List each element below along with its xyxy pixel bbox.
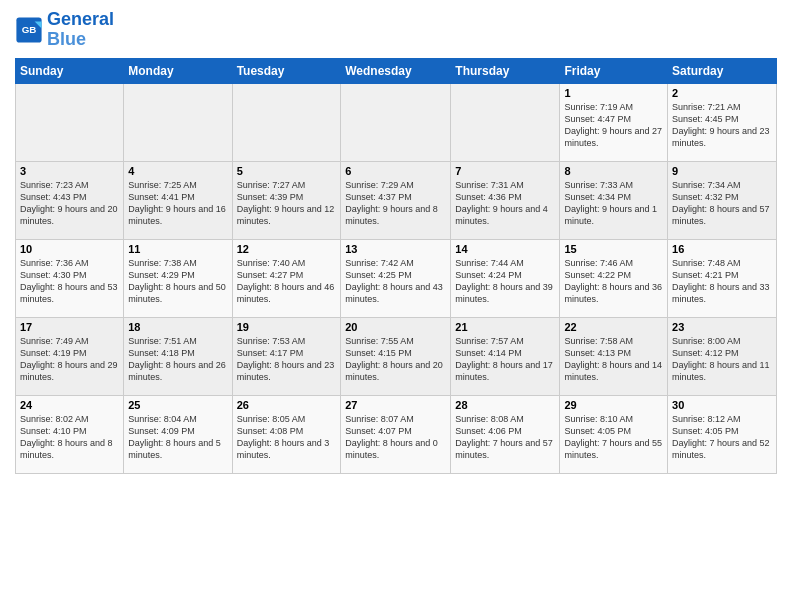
week-row-3: 10Sunrise: 7:36 AM Sunset: 4:30 PM Dayli… <box>16 239 777 317</box>
logo-text: GeneralBlue <box>47 10 114 50</box>
calendar-cell: 28Sunrise: 8:08 AM Sunset: 4:06 PM Dayli… <box>451 395 560 473</box>
calendar-cell: 10Sunrise: 7:36 AM Sunset: 4:30 PM Dayli… <box>16 239 124 317</box>
day-number: 18 <box>128 321 227 333</box>
calendar-cell: 12Sunrise: 7:40 AM Sunset: 4:27 PM Dayli… <box>232 239 341 317</box>
day-info: Sunrise: 7:29 AM Sunset: 4:37 PM Dayligh… <box>345 179 446 228</box>
calendar-cell: 26Sunrise: 8:05 AM Sunset: 4:08 PM Dayli… <box>232 395 341 473</box>
day-info: Sunrise: 7:25 AM Sunset: 4:41 PM Dayligh… <box>128 179 227 228</box>
calendar-cell <box>16 83 124 161</box>
calendar-cell: 22Sunrise: 7:58 AM Sunset: 4:13 PM Dayli… <box>560 317 668 395</box>
day-info: Sunrise: 7:21 AM Sunset: 4:45 PM Dayligh… <box>672 101 772 150</box>
calendar-cell <box>124 83 232 161</box>
day-info: Sunrise: 8:08 AM Sunset: 4:06 PM Dayligh… <box>455 413 555 462</box>
calendar-cell: 6Sunrise: 7:29 AM Sunset: 4:37 PM Daylig… <box>341 161 451 239</box>
calendar-cell: 17Sunrise: 7:49 AM Sunset: 4:19 PM Dayli… <box>16 317 124 395</box>
calendar-cell: 9Sunrise: 7:34 AM Sunset: 4:32 PM Daylig… <box>668 161 777 239</box>
day-number: 5 <box>237 165 337 177</box>
day-info: Sunrise: 7:33 AM Sunset: 4:34 PM Dayligh… <box>564 179 663 228</box>
calendar-cell: 30Sunrise: 8:12 AM Sunset: 4:05 PM Dayli… <box>668 395 777 473</box>
calendar-cell: 21Sunrise: 7:57 AM Sunset: 4:14 PM Dayli… <box>451 317 560 395</box>
calendar-cell <box>232 83 341 161</box>
day-number: 11 <box>128 243 227 255</box>
calendar-cell: 1Sunrise: 7:19 AM Sunset: 4:47 PM Daylig… <box>560 83 668 161</box>
day-number: 22 <box>564 321 663 333</box>
calendar-cell: 16Sunrise: 7:48 AM Sunset: 4:21 PM Dayli… <box>668 239 777 317</box>
weekday-header-tuesday: Tuesday <box>232 58 341 83</box>
weekday-header-friday: Friday <box>560 58 668 83</box>
day-info: Sunrise: 7:57 AM Sunset: 4:14 PM Dayligh… <box>455 335 555 384</box>
header: GB GeneralBlue <box>15 10 777 50</box>
day-number: 2 <box>672 87 772 99</box>
week-row-1: 1Sunrise: 7:19 AM Sunset: 4:47 PM Daylig… <box>16 83 777 161</box>
week-row-2: 3Sunrise: 7:23 AM Sunset: 4:43 PM Daylig… <box>16 161 777 239</box>
day-number: 19 <box>237 321 337 333</box>
day-info: Sunrise: 8:12 AM Sunset: 4:05 PM Dayligh… <box>672 413 772 462</box>
day-number: 10 <box>20 243 119 255</box>
calendar-cell: 23Sunrise: 8:00 AM Sunset: 4:12 PM Dayli… <box>668 317 777 395</box>
day-number: 27 <box>345 399 446 411</box>
week-row-4: 17Sunrise: 7:49 AM Sunset: 4:19 PM Dayli… <box>16 317 777 395</box>
day-number: 6 <box>345 165 446 177</box>
day-number: 29 <box>564 399 663 411</box>
day-info: Sunrise: 7:40 AM Sunset: 4:27 PM Dayligh… <box>237 257 337 306</box>
day-info: Sunrise: 7:42 AM Sunset: 4:25 PM Dayligh… <box>345 257 446 306</box>
calendar-cell: 2Sunrise: 7:21 AM Sunset: 4:45 PM Daylig… <box>668 83 777 161</box>
day-info: Sunrise: 7:48 AM Sunset: 4:21 PM Dayligh… <box>672 257 772 306</box>
day-info: Sunrise: 7:31 AM Sunset: 4:36 PM Dayligh… <box>455 179 555 228</box>
day-number: 26 <box>237 399 337 411</box>
day-number: 30 <box>672 399 772 411</box>
day-number: 20 <box>345 321 446 333</box>
day-number: 4 <box>128 165 227 177</box>
day-info: Sunrise: 7:44 AM Sunset: 4:24 PM Dayligh… <box>455 257 555 306</box>
day-number: 28 <box>455 399 555 411</box>
weekday-header-sunday: Sunday <box>16 58 124 83</box>
weekday-header-wednesday: Wednesday <box>341 58 451 83</box>
calendar-cell: 29Sunrise: 8:10 AM Sunset: 4:05 PM Dayli… <box>560 395 668 473</box>
day-number: 1 <box>564 87 663 99</box>
day-info: Sunrise: 8:00 AM Sunset: 4:12 PM Dayligh… <box>672 335 772 384</box>
calendar-cell: 8Sunrise: 7:33 AM Sunset: 4:34 PM Daylig… <box>560 161 668 239</box>
week-row-5: 24Sunrise: 8:02 AM Sunset: 4:10 PM Dayli… <box>16 395 777 473</box>
calendar-cell: 20Sunrise: 7:55 AM Sunset: 4:15 PM Dayli… <box>341 317 451 395</box>
day-info: Sunrise: 7:19 AM Sunset: 4:47 PM Dayligh… <box>564 101 663 150</box>
svg-text:GB: GB <box>22 24 37 35</box>
calendar-cell: 24Sunrise: 8:02 AM Sunset: 4:10 PM Dayli… <box>16 395 124 473</box>
day-number: 25 <box>128 399 227 411</box>
calendar-cell: 27Sunrise: 8:07 AM Sunset: 4:07 PM Dayli… <box>341 395 451 473</box>
day-number: 14 <box>455 243 555 255</box>
day-info: Sunrise: 7:58 AM Sunset: 4:13 PM Dayligh… <box>564 335 663 384</box>
day-number: 8 <box>564 165 663 177</box>
weekday-header-thursday: Thursday <box>451 58 560 83</box>
day-info: Sunrise: 7:55 AM Sunset: 4:15 PM Dayligh… <box>345 335 446 384</box>
calendar-cell: 15Sunrise: 7:46 AM Sunset: 4:22 PM Dayli… <box>560 239 668 317</box>
day-info: Sunrise: 7:36 AM Sunset: 4:30 PM Dayligh… <box>20 257 119 306</box>
calendar-cell: 7Sunrise: 7:31 AM Sunset: 4:36 PM Daylig… <box>451 161 560 239</box>
day-info: Sunrise: 7:34 AM Sunset: 4:32 PM Dayligh… <box>672 179 772 228</box>
day-number: 24 <box>20 399 119 411</box>
calendar-cell: 5Sunrise: 7:27 AM Sunset: 4:39 PM Daylig… <box>232 161 341 239</box>
weekday-header-saturday: Saturday <box>668 58 777 83</box>
logo: GB GeneralBlue <box>15 10 114 50</box>
day-number: 23 <box>672 321 772 333</box>
day-number: 7 <box>455 165 555 177</box>
day-number: 17 <box>20 321 119 333</box>
day-number: 21 <box>455 321 555 333</box>
calendar-table: SundayMondayTuesdayWednesdayThursdayFrid… <box>15 58 777 474</box>
calendar-cell: 4Sunrise: 7:25 AM Sunset: 4:41 PM Daylig… <box>124 161 232 239</box>
calendar-cell: 14Sunrise: 7:44 AM Sunset: 4:24 PM Dayli… <box>451 239 560 317</box>
day-number: 9 <box>672 165 772 177</box>
day-info: Sunrise: 7:49 AM Sunset: 4:19 PM Dayligh… <box>20 335 119 384</box>
page-container: GB GeneralBlue SundayMondayTuesdayWednes… <box>0 0 792 479</box>
day-info: Sunrise: 7:38 AM Sunset: 4:29 PM Dayligh… <box>128 257 227 306</box>
day-number: 13 <box>345 243 446 255</box>
calendar-cell: 25Sunrise: 8:04 AM Sunset: 4:09 PM Dayli… <box>124 395 232 473</box>
day-info: Sunrise: 8:02 AM Sunset: 4:10 PM Dayligh… <box>20 413 119 462</box>
day-info: Sunrise: 8:07 AM Sunset: 4:07 PM Dayligh… <box>345 413 446 462</box>
weekday-header-monday: Monday <box>124 58 232 83</box>
calendar-cell: 19Sunrise: 7:53 AM Sunset: 4:17 PM Dayli… <box>232 317 341 395</box>
calendar-cell: 3Sunrise: 7:23 AM Sunset: 4:43 PM Daylig… <box>16 161 124 239</box>
calendar-cell: 18Sunrise: 7:51 AM Sunset: 4:18 PM Dayli… <box>124 317 232 395</box>
day-info: Sunrise: 7:51 AM Sunset: 4:18 PM Dayligh… <box>128 335 227 384</box>
calendar-cell <box>451 83 560 161</box>
day-info: Sunrise: 7:53 AM Sunset: 4:17 PM Dayligh… <box>237 335 337 384</box>
